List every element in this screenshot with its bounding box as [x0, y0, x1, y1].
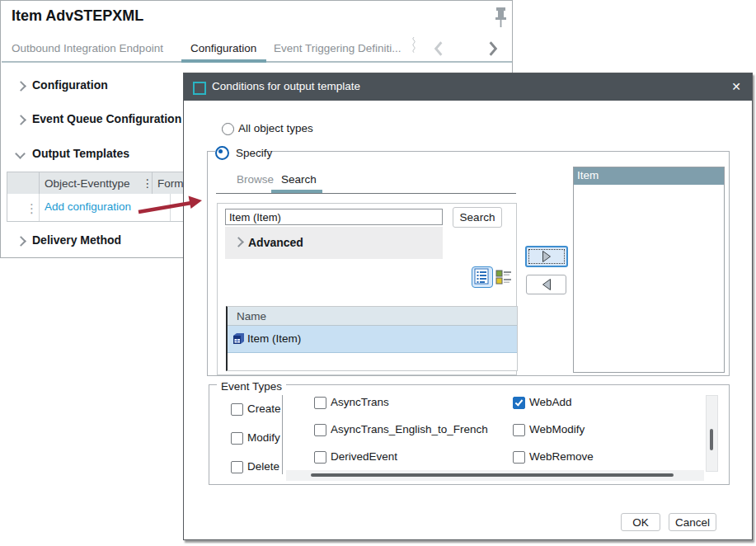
tab-configuration[interactable]: Configuration — [190, 42, 256, 54]
chevron-right-icon — [233, 237, 244, 247]
selected-objects-list: Item — [573, 167, 725, 373]
tab-outbound-integration-endpoint[interactable]: Outbound Integration Endpoint — [12, 42, 163, 54]
event-types-groupbox: Event Types Create Modify Delete AsyncTr… — [209, 384, 730, 485]
checkbox-create[interactable] — [231, 403, 243, 416]
specify-legend: Specify — [215, 144, 260, 159]
section-delivery-method[interactable]: Delivery Method — [1, 233, 182, 250]
checkbox-webremove[interactable] — [513, 451, 525, 464]
torn-edge-icon — [407, 37, 420, 54]
column-object-eventtype[interactable]: Object-Eventtype — [45, 177, 130, 190]
table-header-row: Object-Eventtype ⋮ Form — [7, 172, 185, 195]
radio-specify-label: Specify — [236, 147, 272, 159]
result-row-selected[interactable]: Item (Item) — [228, 326, 517, 353]
active-tab-underline — [181, 59, 266, 63]
checkbox-delete[interactable] — [231, 461, 243, 473]
vertical-scrollbar-thumb[interactable] — [710, 429, 713, 450]
horizontal-scrollbar[interactable] — [286, 470, 704, 481]
chevron-right-icon — [16, 115, 26, 125]
vertical-scrollbar[interactable] — [706, 395, 718, 472]
search-panel: Search Advanced — [217, 203, 517, 375]
results-header: Name — [228, 307, 517, 326]
results-header-name: Name — [237, 310, 266, 322]
specify-groupbox: Specify Browse Search Search Advanced — [207, 151, 730, 376]
column-form[interactable]: Form — [157, 177, 184, 190]
screen: Item AdvSTEPXML Outbound Integration End… — [0, 0, 756, 546]
result-row-label: Item (Item) — [247, 332, 301, 345]
checkbox-asynctrans[interactable] — [314, 397, 326, 409]
chevron-down-icon — [15, 148, 26, 159]
column-divider — [282, 395, 283, 474]
checkbox-derivedevent[interactable] — [314, 451, 326, 464]
radio-specify[interactable] — [215, 146, 229, 160]
tile-view-icon — [495, 269, 512, 285]
output-templates-table: Object-Eventtype ⋮ Form ⋮ Add configurat… — [7, 172, 185, 222]
list-view-button[interactable] — [472, 266, 493, 288]
arrow-left-icon — [542, 279, 551, 291]
section-configuration[interactable]: Configuration — [1, 78, 182, 95]
tab-event-triggering-definition[interactable]: Event Triggering Definiti... — [274, 42, 401, 54]
checkbox-asynctrans-english-to-french[interactable] — [314, 424, 326, 436]
advanced-expander[interactable]: Advanced — [225, 227, 443, 259]
item-cube-icon — [231, 332, 245, 346]
close-icon[interactable]: ✕ — [731, 80, 741, 93]
selected-object-item[interactable]: Item — [574, 167, 724, 185]
radio-all-object-types[interactable] — [222, 123, 234, 135]
app-icon — [193, 82, 206, 95]
horizontal-scrollbar-thumb[interactable] — [311, 473, 674, 477]
event-types-legend: Event Types — [217, 378, 286, 393]
chevron-left-icon[interactable] — [432, 40, 445, 57]
tab-bar: Outbound Integration Endpoint Configurat… — [2, 35, 512, 63]
conditions-dialog: Conditions for output template ✕ All obj… — [183, 73, 753, 540]
tab-search[interactable]: Search — [281, 173, 317, 186]
checkbox-modify[interactable] — [231, 432, 243, 445]
dialog-titlebar[interactable]: Conditions for output template ✕ — [184, 73, 752, 101]
radio-all-object-types-label: All object types — [238, 122, 313, 134]
ok-button[interactable]: OK — [621, 513, 660, 531]
tab-browse[interactable]: Browse — [237, 173, 274, 186]
tab-separator — [216, 193, 516, 194]
search-button[interactable]: Search — [453, 207, 502, 228]
table-row: ⋮ Add configuration — [7, 194, 185, 222]
cancel-button[interactable]: Cancel — [669, 513, 716, 531]
checkbox-webmodify[interactable] — [513, 424, 525, 436]
list-view-icon — [472, 267, 491, 285]
checkbox-webadd[interactable] — [513, 397, 525, 409]
pin-icon[interactable] — [493, 7, 509, 30]
arrow-right-icon — [542, 251, 552, 263]
add-configuration-link[interactable]: Add configuration — [45, 200, 131, 213]
search-input[interactable] — [225, 209, 443, 225]
dialog-title: Conditions for output template — [212, 80, 360, 92]
results-table: Name Item (Item) — [226, 306, 518, 371]
chevron-right-icon[interactable] — [486, 40, 500, 57]
row-menu-kebab-icon[interactable]: ⋮ — [26, 202, 38, 214]
chevron-right-icon — [16, 81, 26, 92]
move-right-button[interactable] — [525, 246, 568, 267]
chevron-right-icon — [16, 236, 26, 247]
tile-view-button[interactable] — [495, 268, 514, 287]
move-left-button[interactable] — [526, 275, 566, 294]
window-title: Item AdvSTEPXML — [12, 7, 143, 25]
section-output-templates[interactable]: Output Templates — [1, 147, 182, 163]
